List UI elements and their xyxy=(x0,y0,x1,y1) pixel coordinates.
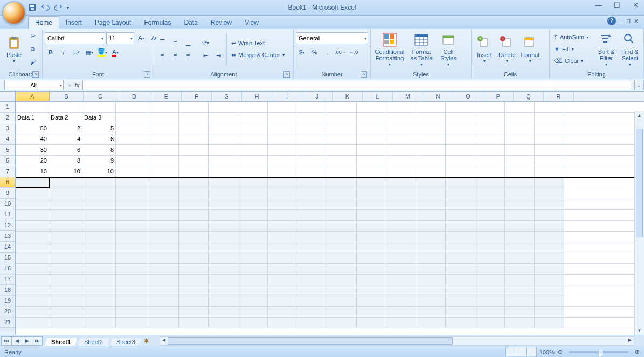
cell-C20[interactable] xyxy=(82,307,116,317)
cell-Q17[interactable] xyxy=(505,275,535,285)
cell-O4[interactable] xyxy=(446,134,475,144)
col-header-E[interactable]: E xyxy=(151,92,182,101)
maximize-button[interactable]: ☐ xyxy=(612,1,622,9)
cell-L20[interactable] xyxy=(357,307,386,317)
cell-F12[interactable] xyxy=(179,221,209,231)
office-button[interactable] xyxy=(2,1,26,25)
cell-E10[interactable] xyxy=(149,199,179,209)
cell-O1[interactable] xyxy=(446,102,475,112)
cell-J14[interactable] xyxy=(297,242,327,253)
cell-M19[interactable] xyxy=(386,296,416,306)
cell-A20[interactable] xyxy=(16,307,49,317)
alignment-dialog-icon[interactable]: ↘ xyxy=(283,71,290,78)
fx-icon[interactable]: fx xyxy=(75,82,80,88)
tab-view[interactable]: View xyxy=(238,17,265,29)
cell-C6[interactable]: 9 xyxy=(82,156,116,166)
cell-O3[interactable] xyxy=(446,123,475,134)
cell-G12[interactable] xyxy=(209,221,238,231)
row-header-1[interactable]: 1 xyxy=(0,102,15,113)
cell-R11[interactable] xyxy=(535,210,564,220)
cell-M4[interactable] xyxy=(386,134,416,144)
cell-C9[interactable] xyxy=(82,188,116,199)
cell-D13[interactable] xyxy=(116,232,149,242)
cell-K2[interactable] xyxy=(327,113,357,123)
cell-P10[interactable] xyxy=(475,199,505,209)
cell-I19[interactable] xyxy=(268,296,297,306)
cell-N2[interactable] xyxy=(416,113,446,123)
cell-L7[interactable] xyxy=(357,166,386,177)
underline-button[interactable]: U▾ xyxy=(71,46,82,58)
row-header-6[interactable]: 6 xyxy=(0,156,15,166)
cell-B11[interactable] xyxy=(49,210,82,220)
ribbon-minimize-icon[interactable]: _ xyxy=(619,18,622,24)
cell-C7[interactable]: 10 xyxy=(82,166,116,177)
cell-J1[interactable] xyxy=(297,102,327,112)
cell-A12[interactable] xyxy=(16,221,49,231)
clipboard-dialog-icon[interactable]: ↘ xyxy=(32,71,39,78)
cell-H1[interactable] xyxy=(238,102,268,112)
cell-L11[interactable] xyxy=(357,210,386,220)
cell-P11[interactable] xyxy=(475,210,505,220)
cell-I10[interactable] xyxy=(268,199,297,209)
cell-L6[interactable] xyxy=(357,156,386,166)
cell-Q21[interactable] xyxy=(505,318,535,328)
row-header-5[interactable]: 5 xyxy=(0,145,15,156)
cell-G1[interactable] xyxy=(209,102,238,112)
save-icon[interactable] xyxy=(28,3,37,12)
cell-G15[interactable] xyxy=(209,253,238,263)
col-header-M[interactable]: M xyxy=(393,92,423,101)
copy-button[interactable]: ⧉ xyxy=(27,43,39,55)
cell-B5[interactable]: 6 xyxy=(49,145,82,155)
cell-B21[interactable] xyxy=(49,318,82,328)
cell-R18[interactable] xyxy=(535,285,564,296)
tab-formulas[interactable]: Formulas xyxy=(137,17,177,29)
cell-K8[interactable] xyxy=(327,178,357,188)
row-header-9[interactable]: 9 xyxy=(0,188,15,199)
cell-N17[interactable] xyxy=(416,275,446,285)
cell-Q11[interactable] xyxy=(505,210,535,220)
cell-P3[interactable] xyxy=(475,123,505,134)
cell-P19[interactable] xyxy=(475,296,505,306)
col-header-G[interactable]: G xyxy=(212,92,242,101)
cell-C2[interactable]: Data 3 xyxy=(82,113,116,123)
cell-H10[interactable] xyxy=(238,199,268,209)
row-header-17[interactable]: 17 xyxy=(0,274,15,285)
cell-N18[interactable] xyxy=(416,285,446,296)
cell-J18[interactable] xyxy=(297,285,327,296)
cell-Q10[interactable] xyxy=(505,199,535,209)
cell-K15[interactable] xyxy=(327,253,357,263)
cell-P6[interactable] xyxy=(475,156,505,166)
cell-G5[interactable] xyxy=(209,145,238,155)
cell-M14[interactable] xyxy=(386,242,416,253)
cell-L4[interactable] xyxy=(357,134,386,144)
cell-A17[interactable] xyxy=(16,275,49,285)
cell-D21[interactable] xyxy=(116,318,149,328)
row-header-16[interactable]: 16 xyxy=(0,263,15,274)
cell-P9[interactable] xyxy=(475,188,505,199)
cell-H2[interactable] xyxy=(238,113,268,123)
cell-B15[interactable] xyxy=(49,253,82,263)
cell-D12[interactable] xyxy=(116,221,149,231)
cell-L3[interactable] xyxy=(357,123,386,134)
cell-E14[interactable] xyxy=(149,242,179,253)
increase-indent-button[interactable]: ⇥ xyxy=(212,50,224,61)
cell-B6[interactable]: 8 xyxy=(49,156,82,166)
cell-F18[interactable] xyxy=(179,285,209,296)
cell-C18[interactable] xyxy=(82,285,116,296)
cell-D16[interactable] xyxy=(116,264,149,274)
cell-I4[interactable] xyxy=(268,134,297,144)
cell-D20[interactable] xyxy=(116,307,149,317)
row-header-20[interactable]: 20 xyxy=(0,306,15,317)
cell-H9[interactable] xyxy=(238,188,268,199)
col-header-I[interactable]: I xyxy=(272,92,302,101)
cell-F6[interactable] xyxy=(179,156,209,166)
cell-G20[interactable] xyxy=(209,307,238,317)
page-layout-view-icon[interactable] xyxy=(516,347,527,356)
cell-O2[interactable] xyxy=(446,113,475,123)
cell-L21[interactable] xyxy=(357,318,386,328)
cell-L10[interactable] xyxy=(357,199,386,209)
cell-N11[interactable] xyxy=(416,210,446,220)
fill-button[interactable]: ▼Fill xyxy=(552,44,594,54)
tab-review[interactable]: Review xyxy=(204,17,238,29)
cell-P16[interactable] xyxy=(475,264,505,274)
